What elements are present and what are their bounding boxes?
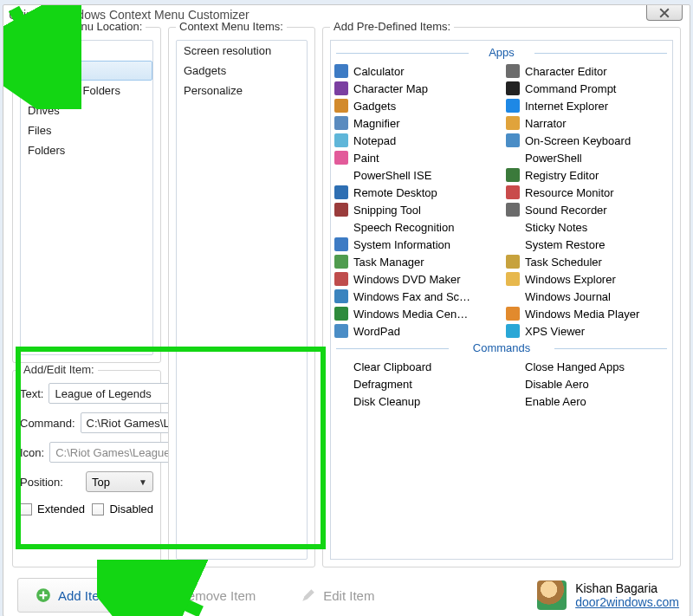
app-label: Paint [353, 152, 379, 165]
predefined-list[interactable]: Apps CalculatorCharacter EditorCharacter… [330, 40, 673, 560]
location-item[interactable]: Desktop [21, 61, 152, 81]
predefined-app-item[interactable]: Snipping Tool [333, 201, 499, 218]
predefined-app-item[interactable]: Remote Desktop [333, 184, 499, 201]
author-link[interactable]: door2windows.com [575, 595, 679, 609]
disabled-checkbox[interactable]: Disabled [92, 503, 153, 515]
predefined-app-item[interactable]: System Information [333, 236, 499, 253]
author-name: Kishan Bagaria [575, 581, 679, 595]
app-label: Calculator [353, 65, 405, 78]
remove-icon [156, 587, 172, 603]
predefined-app-item[interactable]: Internet Explorer [504, 97, 670, 114]
predefined-app-item[interactable]: PowerShell [504, 149, 670, 166]
predefined-app-item[interactable]: Task Manager [333, 253, 499, 270]
context-menu-location-group: Context Menu Location: ComputerDesktopDe… [12, 27, 161, 363]
predefined-app-item[interactable]: Command Prompt [504, 80, 670, 97]
remove-item-button[interactable]: Remove Item [139, 579, 273, 612]
credits: Kishan Bagaria door2windows.com [537, 580, 679, 610]
predefined-app-item[interactable]: Calculator [333, 62, 499, 80]
predefined-command-item[interactable]: Disk Cleanup [333, 392, 499, 410]
app-label: XPS Viewer [525, 325, 585, 338]
predefined-command-item[interactable]: Enable Aero [504, 392, 670, 410]
app-icon [334, 272, 348, 286]
predefined-app-item[interactable]: Gadgets [333, 97, 499, 114]
predefined-command-item[interactable]: Defragment [333, 375, 499, 392]
command-icon [506, 377, 520, 391]
predefined-app-item[interactable]: Character Map [333, 80, 499, 97]
edit-item-button[interactable]: Edit Item [283, 579, 392, 612]
app-label: Snipping Tool [353, 204, 421, 217]
close-button[interactable] [646, 5, 683, 21]
close-icon [659, 8, 670, 18]
app-icon [506, 64, 520, 78]
app-icon [334, 185, 348, 199]
predefined-app-item[interactable]: Notepad [333, 132, 499, 149]
app-icon [506, 203, 520, 217]
checkbox-icon [20, 503, 32, 515]
location-item[interactable]: Folders [21, 140, 152, 160]
items-label: Context Menu Items: [176, 20, 287, 33]
predefined-app-item[interactable]: Paint [333, 149, 499, 166]
predefined-app-item[interactable]: Resource Monitor [504, 184, 670, 201]
menu-item[interactable]: Personalize [177, 81, 307, 101]
app-label: Magnifier [353, 117, 399, 130]
predefined-command-item[interactable]: Disable Aero [504, 375, 670, 392]
predefined-app-item[interactable]: PowerShell ISE [333, 166, 499, 184]
app-label: Notepad [353, 134, 396, 147]
predefined-app-item[interactable]: Magnifier [333, 114, 499, 132]
predefined-app-item[interactable]: Windows Fax and Sc… [333, 288, 499, 305]
command-label: Defragment [353, 378, 412, 391]
predefined-app-item[interactable]: Task Scheduler [504, 253, 670, 270]
command-label: Command: [20, 417, 75, 430]
predefined-items-group: Add Pre-Defined Items: Apps CalculatorCh… [322, 27, 681, 567]
app-label: Narrator [525, 117, 567, 130]
predefined-app-item[interactable]: Windows Media Cen… [333, 305, 499, 322]
command-label: Enable Aero [525, 395, 586, 408]
app-label: Task Scheduler [525, 256, 602, 269]
add-item-button[interactable]: Add Item [17, 578, 128, 613]
predefined-app-item[interactable]: XPS Viewer [504, 322, 670, 340]
app-icon [334, 237, 348, 251]
location-item[interactable]: Files [21, 120, 152, 140]
predefined-app-item[interactable]: Narrator [504, 114, 670, 132]
app-label: Speech Recognition [353, 221, 454, 234]
predefined-command-item[interactable]: Clear Clipboard [333, 358, 499, 375]
items-list[interactable]: Screen resolutionGadgetsPersonalize [176, 40, 308, 560]
predefined-command-item[interactable]: Close Hanged Apps [504, 358, 670, 375]
menu-item[interactable]: Screen resolution [177, 41, 307, 61]
app-label: Windows Explorer [525, 273, 616, 286]
location-item[interactable]: Computer [21, 41, 152, 61]
predefined-app-item[interactable]: Character Editor [504, 62, 670, 80]
predefined-app-item[interactable]: On-Screen Keyboard [504, 132, 670, 149]
location-list[interactable]: ComputerDesktopDesktop & FoldersDrivesFi… [20, 40, 153, 355]
app-label: Task Manager [353, 256, 424, 269]
command-icon [334, 377, 348, 391]
command-label: Clear Clipboard [353, 360, 431, 373]
predefined-app-item[interactable]: Windows Explorer [504, 270, 670, 288]
disabled-label: Disabled [109, 503, 153, 515]
predefined-app-item[interactable]: Speech Recognition [333, 218, 499, 236]
app-label: On-Screen Keyboard [525, 134, 631, 147]
app-icon [334, 255, 348, 269]
extended-checkbox[interactable]: Extended [20, 503, 85, 515]
menu-item[interactable]: Gadgets [177, 61, 307, 81]
app-icon [334, 133, 348, 147]
location-label: Context Menu Location: [20, 20, 146, 33]
app-icon [506, 307, 520, 321]
predefined-app-item[interactable]: Windows Journal [504, 288, 670, 305]
location-item[interactable]: Drives [21, 101, 152, 120]
location-item[interactable]: Desktop & Folders [21, 81, 152, 101]
context-menu-items-group: Context Menu Items: Screen resolutionGad… [168, 27, 315, 567]
predefined-app-item[interactable]: Sticky Notes [504, 218, 670, 236]
app-icon [506, 81, 520, 95]
predefined-app-item[interactable]: Windows Media Player [504, 305, 670, 322]
predefined-app-item[interactable]: WordPad [333, 322, 499, 340]
predefined-app-item[interactable]: Sound Recorder [504, 201, 670, 218]
app-icon [334, 168, 348, 182]
command-icon [334, 360, 348, 373]
footer-toolbar: Add Item Remove Item Edit Item Kishan Ba… [3, 574, 690, 616]
predefined-app-item[interactable]: Windows DVD Maker [333, 270, 499, 288]
predefined-app-item[interactable]: System Restore [504, 236, 670, 253]
app-label: Windows Fax and Sc… [353, 290, 470, 303]
predefined-app-item[interactable]: Registry Editor [504, 166, 670, 184]
position-select[interactable]: Top ▼ [86, 471, 153, 492]
